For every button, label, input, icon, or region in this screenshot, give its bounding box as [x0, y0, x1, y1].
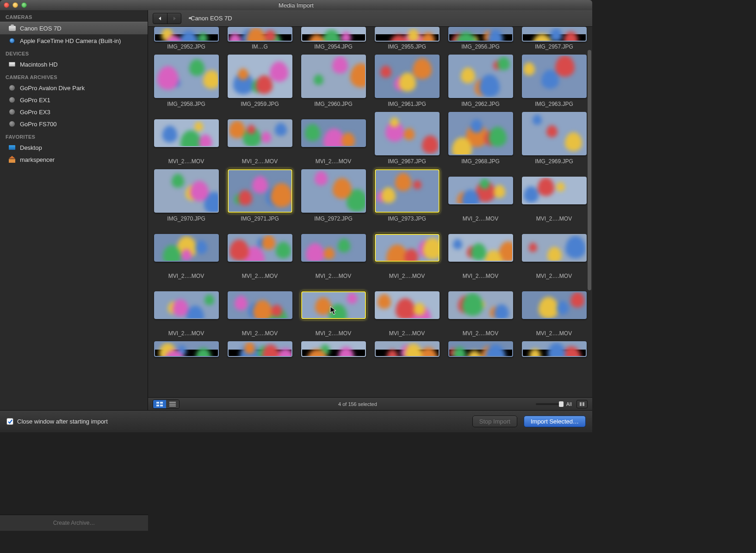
thumbnail-item[interactable]: IMG_2973.JPG	[373, 169, 440, 222]
thumbnail[interactable]	[154, 55, 219, 98]
thumbnail[interactable]	[522, 112, 587, 155]
thumbnail-item[interactable]: IMG_2955.JPG	[373, 27, 440, 50]
thumbnail[interactable]	[154, 119, 219, 147]
sidebar-item[interactable]: GoPro FS700	[0, 118, 148, 130]
thumbnail[interactable]	[448, 234, 513, 262]
thumbnail[interactable]	[301, 291, 366, 319]
thumbnail-item[interactable]: IMG_2956.JPG	[447, 27, 514, 50]
thumbnail[interactable]	[228, 119, 292, 147]
thumbnail-item[interactable]: MVI_2….MOV	[521, 169, 588, 222]
thumbnail-item[interactable]: IMG_2954.JPG	[300, 27, 367, 50]
thumbnail-item[interactable]	[300, 341, 367, 357]
thumbnail[interactable]	[228, 291, 292, 319]
thumbnail[interactable]	[154, 27, 219, 42]
thumbnail-item[interactable]: IMG_2969.JPG	[521, 112, 588, 165]
thumbnail-item[interactable]: MVI_2….MOV	[153, 227, 220, 279]
thumbnail-item[interactable]	[447, 341, 514, 357]
thumbnail-item[interactable]	[226, 341, 293, 357]
thumbnail[interactable]	[301, 234, 366, 262]
clip-appearance-button[interactable]	[576, 400, 588, 408]
thumbnail[interactable]	[375, 341, 440, 357]
thumbnail-item[interactable]: IMG_2972.JPG	[300, 169, 367, 222]
breadcrumb[interactable]: Canon EOS 7D	[187, 15, 232, 22]
thumbnail[interactable]	[448, 112, 513, 155]
thumbnail[interactable]	[301, 341, 366, 357]
thumbnail[interactable]	[301, 119, 366, 147]
thumbnail-item[interactable]: IMG_2967.JPG	[373, 112, 440, 165]
thumbnail[interactable]	[375, 112, 440, 155]
thumbnail-item[interactable]	[373, 341, 440, 357]
thumbnail-item[interactable]: MVI_2….MOV	[153, 284, 220, 337]
thumbnail[interactable]	[522, 341, 587, 357]
thumbnail-item[interactable]: MVI_2….MOV	[226, 112, 293, 165]
sidebar-item[interactable]: Desktop	[0, 141, 148, 154]
thumbnail-item[interactable]: MVI_2….MOV	[226, 284, 293, 337]
thumbnail-item[interactable]: IMG_2968.JPG	[447, 112, 514, 165]
thumbnail-item[interactable]: MVI_2….MOV	[153, 112, 220, 165]
thumbnail-item[interactable]: IM…G	[226, 27, 293, 50]
thumbnail[interactable]	[448, 27, 513, 42]
thumbnail[interactable]	[154, 291, 219, 319]
thumbnail[interactable]	[228, 234, 292, 262]
thumbnail-item[interactable]: MVI_2….MOV	[521, 284, 588, 337]
thumbnail[interactable]	[228, 169, 292, 213]
thumbnail[interactable]	[301, 27, 366, 42]
grid-view-button[interactable]	[153, 400, 166, 408]
thumbnail-item[interactable]: IMG_2957.JPG	[521, 27, 588, 50]
nav-back-button[interactable]	[153, 13, 167, 24]
sidebar-item[interactable]: GoPro Avalon Dive Park	[0, 82, 148, 94]
thumbnail-size-slider[interactable]: All	[536, 401, 572, 407]
thumbnail-item[interactable]: MVI_2….MOV	[373, 227, 440, 279]
thumbnail[interactable]	[522, 291, 587, 319]
thumbnail-item[interactable]: MVI_2….MOV	[521, 227, 588, 279]
thumbnail-item[interactable]: MVI_2….MOV	[300, 112, 367, 165]
stop-import-button[interactable]: Stop Import	[472, 416, 517, 427]
thumbnail-item[interactable]	[521, 341, 588, 357]
thumbnail-item[interactable]: IMG_2962.JPG	[447, 55, 514, 107]
close-window-button[interactable]	[4, 2, 9, 8]
thumbnail[interactable]	[375, 169, 440, 213]
thumbnail[interactable]	[375, 234, 440, 262]
thumbnail[interactable]	[154, 169, 219, 213]
thumbnail-item[interactable]: IMG_2970.JPG	[153, 169, 220, 222]
thumbnail-item[interactable]	[153, 341, 220, 357]
sidebar-item[interactable]: markspencer	[0, 154, 148, 166]
thumbnail[interactable]	[375, 291, 440, 319]
thumbnail[interactable]	[522, 234, 587, 262]
thumbnail[interactable]	[301, 55, 366, 98]
thumbnail[interactable]	[522, 177, 587, 204]
thumbnail-item[interactable]: MVI_2….MOV	[300, 227, 367, 279]
zoom-window-button[interactable]	[21, 2, 27, 8]
thumbnail-item[interactable]: MVI_2….MOV	[447, 227, 514, 279]
thumbnail-item[interactable]: IMG_2952.JPG	[153, 27, 220, 50]
view-mode-segment[interactable]	[153, 399, 180, 409]
thumbnail-item[interactable]: IMG_2963.JPG	[521, 55, 588, 107]
list-view-button[interactable]	[166, 400, 179, 408]
nav-forward-button[interactable]	[167, 13, 181, 24]
thumbnail-item[interactable]: MVI_2….MOV	[226, 227, 293, 279]
thumbnail-item[interactable]: MVI_2….MOV	[373, 284, 440, 337]
sidebar-item[interactable]: GoPro EX1	[0, 94, 148, 106]
thumbnail[interactable]	[448, 177, 513, 204]
thumbnail[interactable]	[301, 169, 366, 213]
thumbnail[interactable]	[448, 55, 513, 98]
thumbnail-item[interactable]: MVI_2….MOV	[300, 284, 367, 337]
sidebar-item[interactable]: GoPro EX3	[0, 106, 148, 118]
thumbnail-item[interactable]: IMG_2959.JPG	[226, 55, 293, 107]
thumbnail[interactable]	[522, 55, 587, 98]
thumbnail[interactable]	[228, 341, 292, 357]
import-selected-button[interactable]: Import Selected…	[524, 416, 586, 427]
thumbnail[interactable]	[448, 341, 513, 357]
thumbnail-item[interactable]: IMG_2961.JPG	[373, 55, 440, 107]
thumbnail[interactable]	[375, 55, 440, 98]
thumbnail-item[interactable]: IMG_2958.JPG	[153, 55, 220, 107]
sidebar-item[interactable]: Apple FaceTime HD Camera (Built-in)	[0, 35, 148, 47]
close-after-import-checkbox[interactable]: Close window after starting import	[6, 418, 108, 425]
thumbnail[interactable]	[228, 55, 292, 98]
sidebar-item[interactable]: Canon EOS 7D	[0, 22, 148, 35]
thumbnail[interactable]	[154, 234, 219, 262]
thumbnail[interactable]	[228, 27, 292, 42]
thumbnail-item[interactable]: IMG_2960.JPG	[300, 55, 367, 107]
thumbnail-item[interactable]: MVI_2….MOV	[447, 284, 514, 337]
sidebar-item[interactable]: Macintosh HD	[0, 58, 148, 70]
